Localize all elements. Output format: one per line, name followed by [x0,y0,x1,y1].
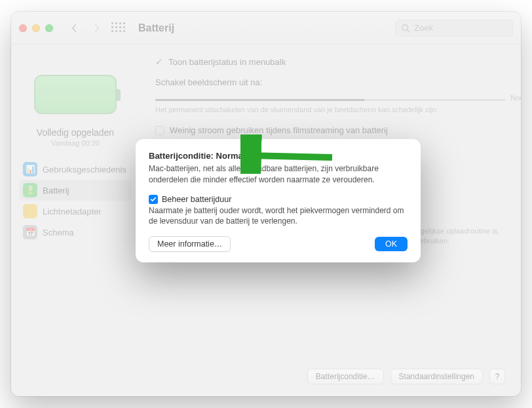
battery-condition-dialog: Batterijconditie: Normaal Mac-batterijen… [136,139,421,262]
checkbox-checked[interactable] [149,195,158,204]
dialog-description: Mac-batterijen, net als alle oplaadbare … [149,163,408,186]
manage-battery-label: Beheer batterijduur [162,195,231,204]
preferences-window: Batterij Zoek Volledig opgeladen Vandaag… [11,12,521,396]
manage-battery-desc: Naarmate je batterij ouder wordt, wordt … [149,205,408,228]
more-info-button[interactable]: Meer informatie… [149,236,231,252]
dialog-button-row: Meer informatie… OK [149,236,408,252]
checkmark-icon [150,196,157,203]
ok-button[interactable]: OK [375,237,408,251]
manage-battery-row[interactable]: Beheer batterijduur [149,195,408,204]
dialog-title: Batterijconditie: Normaal [149,151,408,161]
